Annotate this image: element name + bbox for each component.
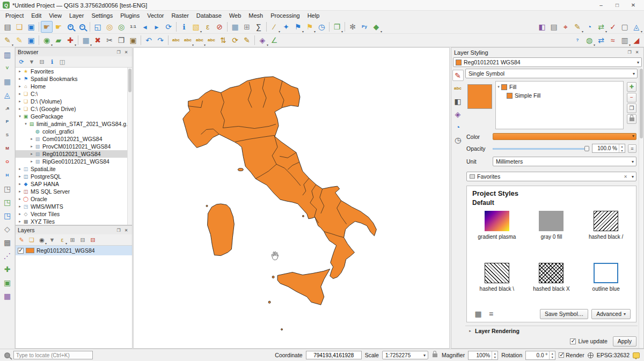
zoom-to-layer[interactable]: ◎ <box>115 21 127 33</box>
add-point-feature[interactable]: ◉▾ <box>41 34 53 46</box>
deselect-features[interactable]: ⊘ <box>214 21 225 33</box>
new-geopackage-layer[interactable]: ▣ <box>2 277 13 289</box>
expand-arrow-icon[interactable]: ▸ <box>17 84 23 89</box>
browser-properties[interactable]: ℹ <box>47 57 57 67</box>
layer-diagram-options[interactable]: abc▾ <box>182 34 194 46</box>
fill-color-button[interactable] <box>493 133 636 140</box>
identify-features[interactable]: ℹ <box>178 21 190 33</box>
style-filter-select[interactable]: Favorites ✕ <box>466 172 636 181</box>
refresh-map[interactable]: ⟳ <box>163 21 174 33</box>
browser-item-wms-wmts[interactable]: ▸◳WMS/WMTS <box>16 203 132 210</box>
select-features[interactable]: ▧▾ <box>190 21 202 33</box>
new-project[interactable]: ▤ <box>2 21 13 33</box>
sicily[interactable] <box>277 269 330 305</box>
tab-3d-view[interactable]: ◈ <box>452 108 464 120</box>
menu-help[interactable]: Help <box>304 11 324 20</box>
show-spatial-bookmarks[interactable]: ⚑▾ <box>304 21 316 33</box>
browser-close-button[interactable]: ✕ <box>122 49 130 55</box>
scrollbar-thumb[interactable] <box>128 69 131 92</box>
menu-project[interactable]: Project <box>2 11 27 20</box>
rotate-label[interactable]: ⟳ <box>229 34 241 46</box>
browser-scrollbar[interactable] <box>127 68 132 225</box>
duplicate-symbol-layer[interactable]: ❐ <box>627 104 636 113</box>
open-layer-styling[interactable]: ✎ <box>17 235 26 245</box>
browser-item-spatialite[interactable]: ▸◫SpatiaLite <box>16 165 132 173</box>
styling-layer-selector[interactable]: Reg01012021 WGS84 ▾ <box>453 57 642 67</box>
symbol-tree-simple-fill-row[interactable]: Simple Fill <box>496 91 623 100</box>
add-mssql-layer[interactable]: M <box>2 143 13 154</box>
browser-item-spatial-bookmarks[interactable]: ▸⚑Spatial Bookmarks <box>16 75 132 83</box>
magnifier-down-button[interactable]: ▾ <box>492 355 497 359</box>
style-icon-view[interactable]: ▦ <box>472 308 484 320</box>
modify-attributes[interactable]: ▦▾ <box>80 34 92 46</box>
opacity-up-button[interactable]: ▴ <box>619 144 625 149</box>
browser-item-limiti-admin-stat-2021-wgs84-gpkg[interactable]: ▾▤limiti_admin_STAT_2021_WGS84.gpkg <box>16 120 132 128</box>
zoom-out[interactable]: − <box>76 21 88 33</box>
delete-selected[interactable]: ✖ <box>92 34 104 46</box>
browser-collapse-all[interactable]: ⊟ <box>37 57 47 67</box>
mmqgis-tools[interactable]: ▥▾ <box>619 34 631 46</box>
open-field-calculator[interactable]: ⊞ <box>241 21 253 33</box>
expand-arrow-icon[interactable]: ▸ <box>17 182 23 186</box>
menu-vector[interactable]: Vector <box>143 11 167 20</box>
clear-filter-icon[interactable]: ✕ <box>624 174 627 179</box>
browser-item-oracle[interactable]: ▸◯Oracle <box>16 195 132 203</box>
browser-item-ms-sql-server[interactable]: ▸◫MS SQL Server <box>16 188 132 195</box>
copy-features[interactable]: ❐ <box>115 34 127 46</box>
georeferencer[interactable]: ⌖ <box>560 21 572 33</box>
opacity-down-button[interactable]: ▾ <box>619 149 625 153</box>
filter-legend[interactable]: ▼ <box>47 235 57 245</box>
current-edits[interactable]: ✎▾ <box>2 34 13 46</box>
expand-arrow-icon[interactable]: ▸ <box>17 219 23 224</box>
add-vector-tile-layer[interactable]: ◇ <box>2 223 13 235</box>
menu-layer[interactable]: Layer <box>65 11 88 20</box>
change-label-properties[interactable]: ✎ <box>241 34 253 46</box>
new-3d-map-view[interactable]: ◈▾ <box>257 34 268 46</box>
browser-item-geopackage[interactable]: ▾▣GeoPackage <box>16 113 132 120</box>
expand-arrow-icon[interactable]: ▸ <box>17 92 23 96</box>
expand-arrow-icon[interactable]: ▸ <box>17 69 23 73</box>
new-spatial-bookmark[interactable]: ⚑▾ <box>292 21 304 33</box>
zoom-next[interactable]: ▸ <box>151 21 163 33</box>
browser-item-favorites[interactable]: ▸★Favorites <box>16 68 132 75</box>
open-attribute-table[interactable]: ▦ <box>229 21 241 33</box>
add-mesh-layer[interactable]: ◬ <box>2 89 13 101</box>
maximize-button[interactable]: □ <box>609 0 625 10</box>
layer-item-reg01012021-wgs84[interactable]: Reg01012021_WGS84 <box>16 246 132 255</box>
browser-options[interactable]: ◫ <box>57 57 67 67</box>
zoom-full[interactable]: ◱ <box>92 21 104 33</box>
style-outline-blue[interactable]: outline blue <box>581 263 631 306</box>
manage-map-themes[interactable]: ◉▾ <box>37 235 47 245</box>
map-tips[interactable]: ✦ <box>280 21 292 33</box>
add-point-cloud-layer[interactable]: ⋰ <box>2 250 13 262</box>
toggle-editing[interactable]: ✎ <box>13 34 25 46</box>
temporal-controller-panel[interactable]: ◷ <box>316 21 327 33</box>
remove-symbol-layer[interactable]: − <box>627 93 636 102</box>
magnifier-spinbox[interactable]: 100% ▴ ▾ <box>468 351 498 360</box>
expand-arrow-icon[interactable]: ▸ <box>17 212 23 216</box>
save-project[interactable]: ▣ <box>25 21 37 33</box>
rotation-spinbox[interactable]: 0.0 ° ▴ ▾ <box>525 351 555 360</box>
expand-arrow-icon[interactable]: ▸ <box>29 137 34 141</box>
highlight-pinned-labels[interactable]: abc <box>206 34 217 46</box>
pan-map[interactable]: ☛ <box>41 21 53 33</box>
styling-close-button[interactable]: ✕ <box>633 49 641 56</box>
rotation-down-button[interactable]: ▾ <box>550 355 555 359</box>
add-wfs-layer[interactable]: ◳ <box>2 210 13 222</box>
menu-mesh[interactable]: Mesh <box>245 11 267 20</box>
opacity-slider-handle[interactable] <box>584 146 589 151</box>
menu-processing[interactable]: Processing <box>267 11 303 20</box>
browser-filter[interactable]: ▼ <box>27 57 36 67</box>
menu-plugins[interactable]: Plugins <box>116 11 143 20</box>
select-by-expression[interactable]: ε <box>202 21 214 33</box>
expand-arrow-icon[interactable]: ▸ <box>17 174 23 179</box>
style-list-view[interactable]: ≡ <box>485 308 497 320</box>
zoom-last[interactable]: ◂ <box>139 21 151 33</box>
crs-status[interactable]: EPSG:32632 <box>597 352 630 358</box>
expand-arrow-icon[interactable]: ▸ <box>17 77 23 81</box>
render-check-icon[interactable] <box>559 352 564 358</box>
save-layer-edits[interactable]: ▣ <box>25 34 37 46</box>
add-spatialite-layer[interactable]: S <box>2 129 13 141</box>
pin-unpin-labels[interactable]: abc▾ <box>194 34 206 46</box>
expand-arrow-icon[interactable]: ▸ <box>17 99 23 104</box>
